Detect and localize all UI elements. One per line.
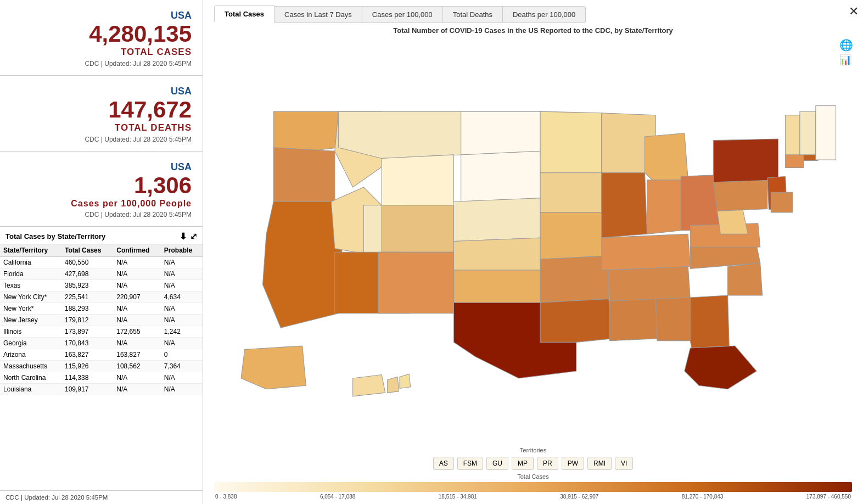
download-icon[interactable]: ⬇ [180, 231, 187, 242]
state-sc [728, 263, 763, 295]
table-cell: N/A [161, 372, 203, 383]
us-map-svg [209, 36, 858, 447]
table-cell: Illinois [0, 326, 61, 337]
tab-deaths-per-100k[interactable]: Deaths per 100,000 [503, 6, 586, 23]
table-cell: N/A [113, 372, 161, 383]
expand-icon[interactable]: ⤢ [190, 231, 197, 242]
state-nd [461, 111, 540, 155]
table-cell: N/A [161, 256, 203, 268]
territory-as[interactable]: AS [433, 457, 454, 470]
col-total: Total Cases [61, 244, 113, 257]
state-md [771, 192, 792, 212]
territory-rmi[interactable]: RMI [587, 457, 612, 470]
state-sd [461, 151, 540, 201]
stat-label-3: Cases per 100,000 People [11, 199, 192, 209]
state-mi [645, 133, 688, 184]
map-subtitle: Total Number of COVID-19 Cases in the US… [203, 23, 863, 36]
globe-icon[interactable]: 🌐 [839, 38, 853, 52]
territory-vi[interactable]: VI [615, 457, 633, 470]
legend-label: 173,897 - 460,550 [806, 494, 851, 500]
table-title: Total Cases by State/Territory [5, 232, 105, 240]
table-cell: 170,843 [61, 337, 113, 349]
stat-total-cases: USA 4,280,135 TOTAL CASES CDC | Updated:… [0, 0, 203, 76]
state-ny [713, 139, 778, 182]
state-ia [540, 173, 602, 212]
tab-total-deaths[interactable]: Total Deaths [443, 6, 503, 23]
table-cell: 225,541 [61, 291, 113, 303]
table-cell: 220,907 [113, 291, 161, 303]
legend-title: Total Cases [214, 473, 852, 480]
stat-cases-per-100k: USA 1,306 Cases per 100,000 People CDC |… [0, 152, 203, 226]
table-cell: N/A [161, 279, 203, 291]
state-hi [353, 374, 385, 396]
table-cell: California [0, 256, 61, 268]
state-mt [338, 111, 461, 158]
col-confirmed: Confirmed [113, 244, 161, 257]
state-al [655, 298, 692, 341]
table-cell: N/A [161, 268, 203, 279]
table-row: Georgia170,843N/AN/A [0, 337, 203, 349]
table-cell: New York* [0, 303, 61, 314]
table-row: Arizona163,827163,8270 [0, 349, 203, 360]
right-panel: ✕ Total Cases Cases in Last 7 Days Cases… [203, 0, 863, 504]
table-header-row: Total Cases by State/Territory ⬇ ⤢ [0, 227, 203, 244]
map-icons: 🌐 📊 [839, 38, 853, 66]
state-ms [609, 299, 657, 341]
table-cell: 109,917 [61, 383, 113, 395]
table-cell: Georgia [0, 337, 61, 349]
table-cell: New Jersey [0, 314, 61, 326]
table-cell: North Carolina [0, 372, 61, 383]
stat-country-3: USA [11, 161, 192, 173]
tab-cases-per-100k[interactable]: Cases per 100,000 [362, 6, 443, 23]
territories-section: Territories ASFSMGUMPPRPWRMIVI [203, 447, 863, 471]
state-ks [454, 238, 542, 270]
table-cell: Louisiana [0, 383, 61, 395]
stat-total-deaths: USA 147,672 TOTAL DEATHS CDC | Updated: … [0, 76, 203, 152]
tab-total-cases[interactable]: Total Cases [214, 5, 274, 23]
table-cell: 385,923 [61, 279, 113, 291]
table-cell: N/A [113, 268, 161, 279]
state-vt [786, 115, 800, 155]
state-co [382, 205, 453, 252]
table-row: New Jersey179,812N/AN/A [0, 314, 203, 326]
legend-label: 18,515 - 34,981 [439, 494, 477, 500]
territory-fsm[interactable]: FSM [457, 457, 483, 470]
table-section: Total Cases by State/Territory ⬇ ⤢ State… [0, 227, 203, 504]
tab-cases-last-7[interactable]: Cases in Last 7 Days [274, 6, 362, 23]
table-cell: N/A [113, 383, 161, 395]
table-row: Florida427,698N/AN/A [0, 268, 203, 279]
table-cell: 115,926 [61, 360, 113, 372]
chart-icon[interactable]: 📊 [839, 54, 853, 66]
legend-label: 0 - 3,838 [215, 494, 237, 500]
stat-source-1: CDC | Updated: Jul 28 2020 5:45PM [11, 60, 192, 68]
table-cell: 460,550 [61, 256, 113, 268]
table-icons: ⬇ ⤢ [180, 231, 197, 242]
table-cell: N/A [161, 314, 203, 326]
territory-mp[interactable]: MP [512, 457, 534, 470]
territory-gu[interactable]: GU [486, 457, 508, 470]
table-cell: N/A [113, 256, 161, 268]
table-cell: 163,827 [113, 349, 161, 360]
state-ok [454, 270, 544, 306]
legend-label: 6,054 - 17,088 [320, 494, 356, 500]
table-cell: 108,562 [113, 360, 161, 372]
state-ne [454, 198, 544, 242]
table-row: California460,550N/AN/A [0, 256, 203, 268]
state-ca [263, 201, 342, 328]
legend-label: 38,915 - 62,907 [560, 494, 598, 500]
legend-label: 81,270 - 170,843 [682, 494, 724, 500]
table-cell: 172,655 [113, 326, 161, 337]
col-state: State/Territory [0, 244, 61, 257]
stat-country-2: USA [11, 86, 192, 97]
state-nm [378, 252, 454, 313]
table-header-columns: State/Territory Total Cases Confirmed Pr… [0, 244, 203, 257]
close-button[interactable]: ✕ [849, 4, 859, 19]
state-me [816, 106, 836, 160]
state-nh [800, 111, 816, 155]
territory-pw[interactable]: PW [562, 457, 584, 470]
stat-label-2: TOTAL DEATHS [11, 122, 192, 133]
state-pa [713, 178, 767, 211]
territory-pr[interactable]: PR [537, 457, 558, 470]
table-cell: N/A [113, 314, 161, 326]
table-cell: Massachusetts [0, 360, 61, 372]
